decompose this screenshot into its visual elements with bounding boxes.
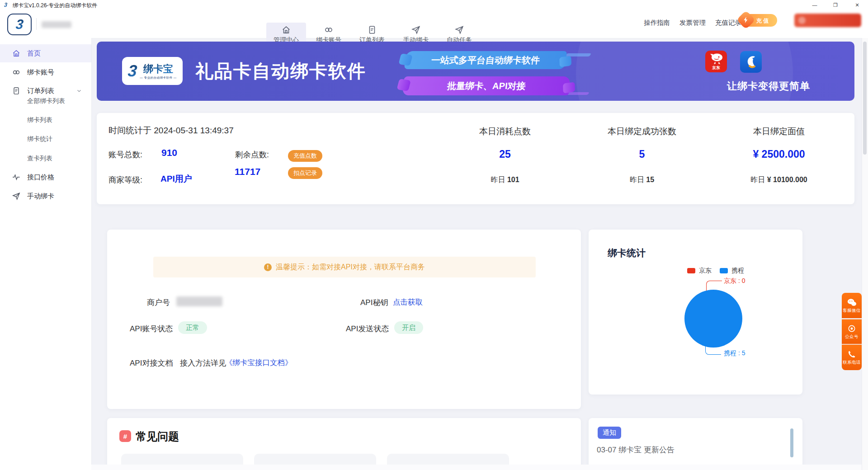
- wechat-icon: [847, 298, 857, 307]
- stat-col-bound-value: 本日绑定面值: [729, 126, 829, 137]
- faq-title: 常见问题: [136, 429, 179, 444]
- link-operation-guide[interactable]: 操作指南: [644, 19, 670, 27]
- banner-logo-tagline: — 专业的自动绑卡软件 —: [140, 76, 177, 80]
- stat-col-bound-value-value: ¥ 2500.000: [729, 148, 829, 160]
- legend-swatch-jd[interactable]: [687, 268, 695, 273]
- link-invoice-management[interactable]: 发票管理: [679, 19, 706, 27]
- brand-glyph-icon: 3: [15, 17, 24, 32]
- stat-col-success-cards-value: 5: [592, 148, 692, 160]
- api-doc-label: API对接文档: [130, 358, 173, 368]
- jd-app-icon: 京东: [705, 51, 727, 72]
- banner-badge-top: 一站式多平台自动绑卡软件: [404, 51, 567, 69]
- sidebar: 首页 绑卡账号 订单列表 全部绑卡列表 绑卡列表 绑卡统计 查卡列表 接口价格 …: [0, 38, 92, 470]
- notice-badge: 通知: [598, 427, 621, 439]
- legend-label-ctrip[interactable]: 携程: [731, 267, 744, 275]
- sidebar-item-manual-bind[interactable]: 手动绑卡: [0, 187, 91, 205]
- api-send-status-label: API发送状态: [346, 324, 389, 334]
- window-title: 绑卡宝v1.0.26-专业的自动绑卡软件: [13, 2, 97, 9]
- link-icon: [324, 25, 334, 35]
- stat-col-success-cards-prev: 昨日 15: [592, 175, 692, 185]
- maximize-icon[interactable]: ❐: [826, 0, 845, 10]
- link-icon: [12, 68, 21, 77]
- api-doc-hint: 接入方法详见: [180, 358, 226, 368]
- api-send-status-badge: 开启: [394, 321, 423, 334]
- stats-card: 时间统计于 2024-05-31 13:49:37 账号总数: 910 商家等级…: [97, 113, 854, 204]
- banner-decoration: [567, 92, 589, 95]
- sidebar-subitem-check-card-list[interactable]: 查卡列表: [27, 155, 52, 163]
- pie-chart[interactable]: [684, 290, 742, 348]
- merchant-no-label: 商户号: [147, 297, 170, 308]
- sidebar-item-api-price[interactable]: 接口价格: [0, 168, 91, 186]
- api-panel-card: ! 温馨提示：如需对接API对接，请联系平台商务 商户号 API秘钥 点击获取 …: [107, 230, 581, 409]
- app-logo-icon: 3: [4, 1, 8, 8]
- chart-legend: 京东 携程: [687, 267, 744, 275]
- bottom-strip: [91, 465, 868, 470]
- api-key-get-link[interactable]: 点击获取: [393, 297, 423, 307]
- merchant-no-redacted: [176, 296, 222, 306]
- callout-label-jd: 京东 : 0: [724, 277, 745, 285]
- window-scrollbar-thumb[interactable]: [863, 42, 867, 155]
- title-bar: 3 绑卡宝v1.0.26-专业的自动绑卡软件 — ❐ ✕: [0, 0, 868, 10]
- api-key-label: API秘钥: [360, 297, 388, 308]
- stat-col-points-consumed: 本日消耗点数: [455, 126, 555, 137]
- bind-stats-card: 绑卡统计 京东 携程 京东 : 0 携程 : 5: [589, 230, 802, 395]
- float-contact-phone-button[interactable]: 联系电话: [842, 344, 862, 370]
- header-divider: [36, 18, 37, 30]
- close-icon[interactable]: ✕: [846, 0, 868, 10]
- official-account-icon: [847, 324, 856, 333]
- avatar: [798, 17, 806, 24]
- recharge-button[interactable]: 充 值: [743, 14, 777, 27]
- callout-line-ctrip: [705, 343, 721, 355]
- banner-title: 礼品卡自动绑卡软件: [195, 59, 366, 84]
- chart-title: 绑卡统计: [608, 247, 646, 259]
- document-icon: [12, 86, 21, 95]
- waveform-icon: [12, 173, 21, 182]
- warning-icon: !: [264, 263, 272, 271]
- banner-logo: 3 绑卡宝 — 专业的自动绑卡软件 —: [122, 57, 183, 85]
- legend-swatch-ctrip[interactable]: [720, 268, 728, 273]
- notice-scrollbar[interactable]: [790, 428, 793, 457]
- stat-col-points-consumed-prev: 昨日 101: [455, 175, 555, 185]
- recharge-points-button[interactable]: 充值点数: [288, 150, 322, 162]
- notice-item[interactable]: 03-07 绑卡宝 更新公告: [597, 445, 675, 455]
- stat-col-bound-value-prev: 昨日 ¥ 10100.000: [729, 175, 829, 185]
- stat-col-points-consumed-value: 25: [455, 148, 555, 160]
- minimize-icon[interactable]: —: [805, 0, 825, 10]
- float-wechat-service-button[interactable]: 客服微信: [842, 293, 862, 318]
- sidebar-item-home[interactable]: 首页: [0, 44, 91, 62]
- legend-label-jd[interactable]: 京东: [699, 267, 712, 275]
- account-name-redacted: [42, 21, 71, 28]
- sidebar-subitem-all-bind-list[interactable]: 全部绑卡列表: [27, 97, 65, 105]
- ctrip-app-icon: [740, 51, 762, 73]
- account-button-redacted[interactable]: [794, 14, 861, 27]
- sidebar-item-bind-accounts[interactable]: 绑卡账号: [0, 63, 91, 81]
- header-logo: 3: [7, 14, 32, 35]
- phone-icon: [847, 350, 856, 359]
- merchant-level-label: 商家等级:: [108, 174, 142, 185]
- account-total-value: 910: [161, 147, 177, 158]
- merchant-level-value: API用户: [160, 173, 192, 185]
- warning-banner: ! 温馨提示：如需对接API对接，请联系平台商务: [153, 257, 536, 277]
- api-doc-link[interactable]: 《绑卡宝接口文档》: [225, 358, 292, 368]
- sidebar-subitem-bind-stats[interactable]: 绑卡统计: [27, 135, 52, 143]
- remaining-points-value: 11717: [235, 166, 260, 177]
- brand-glyph-icon: 3: [127, 61, 138, 80]
- deduction-records-button[interactable]: 扣点记录: [288, 167, 322, 179]
- banner-badge-bottom: 批量绑卡、API对接: [402, 76, 571, 95]
- stats-timestamp: 时间统计于 2024-05-31 13:49:37: [108, 125, 234, 136]
- home-icon: [12, 49, 21, 58]
- warning-text: 温馨提示：如需对接API对接，请联系平台商务: [276, 263, 425, 272]
- sidebar-subitem-bind-list[interactable]: 绑卡列表: [27, 116, 52, 124]
- send-icon: [411, 25, 421, 35]
- float-official-account-button[interactable]: 公众号: [842, 319, 862, 344]
- document-icon: [367, 25, 377, 35]
- chevron-down-icon: [76, 88, 82, 94]
- remaining-points-label: 剩余点数:: [235, 149, 269, 160]
- app-window: 3 绑卡宝v1.0.26-专业的自动绑卡软件 — ❐ ✕ 3 管理中心 绑卡账号…: [0, 0, 868, 470]
- notice-card: 通知 03-07 绑卡宝 更新公告 03-04 绑卡宝 更新公告: [589, 418, 802, 470]
- header: 3 管理中心 绑卡账号 订单列表 手动绑卡 自动任务 操作指南 发票管理: [0, 10, 868, 38]
- hero-banner: 3 绑卡宝 — 专业的自动绑卡软件 — 礼品卡自动绑卡软件 一站式多平台自动绑卡…: [97, 42, 854, 101]
- banner-slogan: 让绑卡变得更简单: [723, 80, 814, 93]
- send-icon: [454, 25, 464, 35]
- stat-col-success-cards: 本日绑定成功张数: [592, 126, 692, 137]
